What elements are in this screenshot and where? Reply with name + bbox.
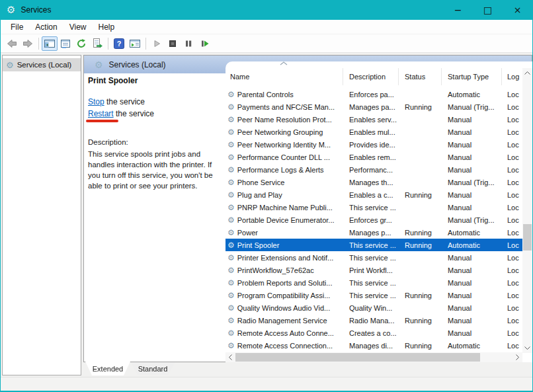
service-log-on-as: Loc [502, 88, 522, 100]
service-status [399, 301, 442, 314]
column-header-status[interactable]: Status [399, 68, 442, 85]
service-log-on-as: Loc [502, 226, 522, 239]
start-service-button[interactable] [149, 36, 165, 51]
services-window: ⚙ Services − □ × File Action View Help ? [0, 0, 533, 392]
play-icon [152, 39, 161, 48]
properties-button[interactable] [58, 36, 73, 51]
service-name: Phone Service [237, 178, 285, 186]
service-startup-type: Manual [442, 301, 502, 314]
service-status [399, 327, 442, 339]
service-gear-icon: ⚙ [227, 292, 235, 299]
service-row[interactable]: ⚙Peer Name Resolution Prot... Enables se… [226, 113, 522, 126]
extended-view-pane: ⚙ Services (Local) Print Spooler Stop th… [83, 55, 532, 362]
export-list-icon [92, 38, 102, 48]
sort-ascending-icon [280, 61, 288, 65]
service-status [399, 138, 442, 151]
maximize-button[interactable]: □ [473, 0, 503, 20]
service-startup-type: Manual (Trig... [442, 100, 502, 113]
export-list-button[interactable] [89, 36, 105, 51]
service-row[interactable]: ⚙Performance Logs & Alerts Performanc...… [226, 163, 522, 176]
service-description: Performanc... [343, 163, 399, 176]
menu-action[interactable]: Action [29, 21, 63, 33]
service-row[interactable]: ⚙Peer Networking Grouping Enables mul...… [226, 126, 522, 138]
vertical-scroll-thumb[interactable] [523, 224, 532, 251]
service-row[interactable]: ⚙Portable Device Enumerator... Enforces … [226, 214, 522, 226]
service-startup-type: Manual [442, 163, 502, 176]
stop-service-button[interactable] [165, 36, 181, 51]
service-status [399, 214, 442, 226]
service-row[interactable]: ⚙Program Compatibility Assi... This serv… [226, 289, 522, 301]
column-header-description[interactable]: Description [343, 68, 399, 85]
show-action-pane-button[interactable] [127, 36, 143, 51]
service-description: Enforces pa... [343, 88, 399, 100]
service-row[interactable]: ⚙PNRP Machine Name Publi... This service… [226, 201, 522, 214]
column-header-name[interactable]: Name [226, 68, 343, 85]
service-row[interactable]: ⚙Phone Service Manages th... Manual (Tri… [226, 176, 522, 188]
service-row[interactable]: ⚙Problem Reports and Soluti... This serv… [226, 276, 522, 289]
service-log-on-as: Loc [502, 214, 522, 226]
vertical-scrollbar[interactable] [522, 68, 532, 353]
svg-text:?: ? [117, 40, 122, 48]
service-description: Creates a co... [343, 327, 399, 339]
scroll-right-icon[interactable] [512, 352, 522, 362]
restart-service-link[interactable]: Restart [88, 109, 114, 118]
horizontal-scroll-thumb[interactable] [235, 353, 480, 362]
show-console-tree-button[interactable] [42, 36, 58, 51]
status-bar [1, 377, 532, 391]
service-startup-type: Automatic [442, 239, 502, 251]
service-name: Print Spooler [237, 241, 280, 249]
close-button[interactable]: × [503, 0, 532, 20]
service-description: Manages th... [343, 176, 399, 188]
tab-extended[interactable]: Extended [85, 362, 130, 375]
service-status [399, 264, 442, 276]
forward-button[interactable] [20, 36, 36, 51]
menu-file[interactable]: File [5, 21, 29, 33]
service-row[interactable]: ⚙Performance Counter DLL ... Enables rem… [226, 151, 522, 163]
scroll-down-icon[interactable] [522, 343, 532, 353]
service-gear-icon: ⚙ [227, 342, 235, 350]
service-row[interactable]: ⚙Quality Windows Audio Vid... Quality Wi… [226, 301, 522, 314]
service-row[interactable]: ⚙PrintWorkflow_57e62ac Print Workfl... M… [226, 264, 522, 276]
service-row[interactable]: ⚙Radio Management Service Radio Mana... … [226, 314, 522, 327]
back-button[interactable] [4, 36, 20, 51]
service-log-on-as: Loc [502, 163, 522, 176]
service-gear-icon: ⚙ [227, 141, 235, 149]
selected-service-title: Print Spooler [88, 76, 138, 85]
tab-standard[interactable]: Standard [131, 362, 175, 375]
scroll-left-icon[interactable] [226, 352, 235, 362]
service-row[interactable]: ⚙Printer Extensions and Notif... This se… [226, 251, 522, 264]
service-name: Performance Counter DLL ... [237, 153, 330, 161]
minimize-button[interactable]: − [443, 0, 473, 20]
service-startup-type: Manual [442, 201, 502, 214]
tree-item-services-local[interactable]: ⚙ Services (Local) [3, 58, 81, 71]
service-description: Print Workfl... [343, 264, 399, 276]
service-row[interactable]: ⚙Remote Access Connection... Manages di.… [226, 339, 522, 352]
properties-icon [60, 39, 71, 48]
service-name: Performance Logs & Alerts [237, 166, 324, 174]
stop-service-link[interactable]: Stop [88, 97, 104, 106]
service-gear-icon: ⚙ [227, 266, 235, 274]
service-row[interactable]: ⚙Peer Networking Identity M... Provides … [226, 138, 522, 151]
service-row[interactable]: ⚙Print Spooler This service ... Running … [226, 239, 522, 251]
service-name: Quality Windows Audio Vid... [237, 304, 330, 312]
service-log-on-as: Loc [502, 264, 522, 276]
horizontal-scrollbar[interactable] [226, 352, 522, 362]
pause-service-button[interactable] [181, 36, 196, 51]
menu-help[interactable]: Help [93, 21, 121, 33]
service-row[interactable]: ⚙Remote Access Auto Conne... Creates a c… [226, 327, 522, 339]
service-row[interactable]: ⚙Payments and NFC/SE Man... Manages pa..… [226, 100, 522, 113]
service-row[interactable]: ⚙Plug and Play Enables a c... Running Ma… [226, 188, 522, 201]
scroll-up-icon[interactable] [522, 68, 532, 78]
service-gear-icon: ⚙ [227, 103, 235, 111]
service-status: Running [399, 314, 442, 327]
menu-view[interactable]: View [63, 21, 93, 33]
column-header-log-on-as[interactable]: Log [502, 68, 522, 85]
service-startup-type: Automatic [442, 339, 502, 352]
restart-service-button[interactable] [196, 36, 212, 51]
refresh-button[interactable] [73, 36, 89, 51]
service-row[interactable]: ⚙Parental Controls Enforces pa... Automa… [226, 88, 522, 100]
service-status [399, 251, 442, 264]
column-header-startup-type[interactable]: Startup Type [442, 68, 502, 85]
service-row[interactable]: ⚙Power Manages p... Running Automatic Lo… [226, 226, 522, 239]
help-button[interactable]: ? [111, 36, 127, 51]
